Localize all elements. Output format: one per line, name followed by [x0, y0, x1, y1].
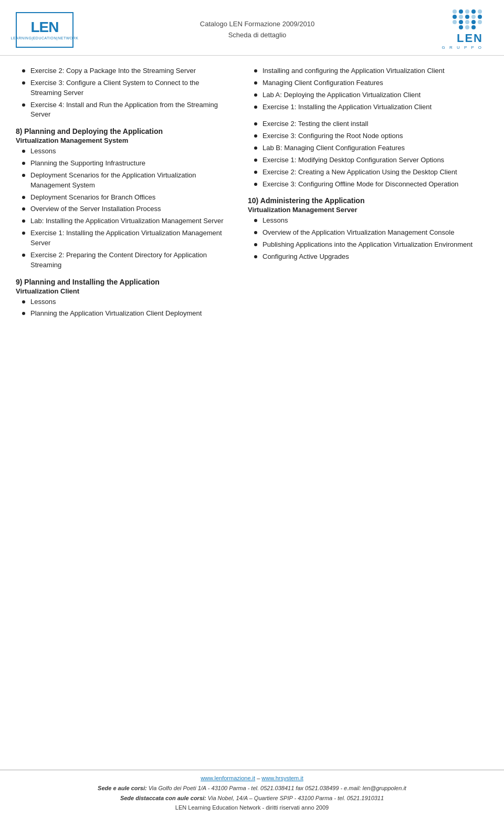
section9-num: 9): [16, 278, 22, 286]
list-item: Configuring Active Upgrades: [252, 252, 488, 262]
list-item: Exercise 2: Preparing the Content Direct…: [20, 250, 232, 270]
bullet-icon: [20, 79, 27, 87]
footer-line1: Sede e aule corsi: Via Golfo dei Poeti 1…: [16, 783, 488, 793]
list-item: Exercise 3: Configuring the Root Node op…: [252, 131, 488, 141]
bullet-icon: [252, 156, 259, 164]
logo-right-text: LEN: [430, 32, 483, 45]
list-item: Managing Client Configuration Features: [252, 78, 488, 88]
list-item: Lab: Installing the Application Virtuali…: [20, 216, 232, 226]
section8-list: Lessons Planning the Supporting Infrastr…: [16, 146, 232, 270]
header-title-line2: Scheda di dettaglio: [200, 30, 314, 41]
bullet-icon: [20, 310, 27, 317]
logo-left-text: LEN: [31, 20, 59, 35]
section10-num: 10): [248, 196, 258, 205]
main-content: Exercise 2: Copy a Package Into the Stre…: [0, 61, 504, 327]
list-item: Exercise 3: Configuring Offline Mode for…: [252, 180, 488, 190]
bullet-icon: [252, 79, 259, 87]
footer-line3: LEN Learning Education Network - diritti…: [16, 803, 488, 813]
list-item: Exercise 1: Modifying Desktop Configurat…: [252, 155, 488, 165]
bullet-icon: [252, 253, 259, 260]
list-item: Exercise 2: Copy a Package Into the Stre…: [20, 66, 232, 76]
bullet-icon: [20, 194, 27, 201]
bullet-icon: [252, 91, 259, 99]
header-center: Catalogo LEN Formazione 2009/2010 Scheda…: [200, 19, 314, 41]
section9-header: 9) Planning and Installing the Applicati…: [16, 278, 232, 286]
bullet-icon: [20, 229, 27, 237]
bullet-icon: [20, 205, 27, 213]
header-title-line1: Catalogo LEN Formazione 2009/2010: [200, 19, 314, 30]
bullet-icon: [20, 298, 27, 306]
list-item: Lab B: Managing Client Configuration Fea…: [252, 143, 488, 153]
bullet-icon: [20, 251, 27, 259]
bullet-icon: [252, 169, 259, 176]
logo-right-sub: G R U P P O: [430, 45, 483, 50]
section9-list: Lessons Planning the Application Virtual…: [16, 297, 232, 319]
list-item: Exercise 1: Installing the Application V…: [252, 102, 488, 112]
list-item: Planning the Supporting Infrastructure: [20, 159, 232, 169]
section10-list: Lessons Overview of the Application Virt…: [248, 216, 488, 261]
list-item: Exercise 3: Configure a Client System to…: [20, 78, 232, 98]
list-item: Installing and configuring the Applicati…: [252, 66, 488, 76]
bullet-icon: [252, 181, 259, 188]
bullet-icon: [252, 103, 259, 111]
list-item: Publishing Applications into the Applica…: [252, 240, 488, 250]
bullet-icon: [20, 101, 27, 109]
footer-line2: Sede distaccata con aule corsi: Via Nobe…: [16, 793, 488, 803]
list-item: Exercise 2: Creating a New Application U…: [252, 167, 488, 177]
bullet-icon: [252, 132, 259, 140]
section9-title-text: Planning and Installing the Application: [24, 278, 160, 286]
list-item: Lessons: [252, 216, 488, 226]
right-top-list: Installing and configuring the Applicati…: [248, 66, 488, 112]
left-top-list: Exercise 2: Copy a Package Into the Stre…: [16, 66, 232, 120]
col-left: Exercise 2: Copy a Package Into the Stre…: [16, 66, 243, 322]
bullet-icon: [252, 144, 259, 152]
list-item: Overview of the Application Virtualizati…: [252, 228, 488, 238]
bullet-icon: [252, 217, 259, 224]
list-item: Lessons: [20, 146, 232, 156]
list-item: Exercise 4: Install and Run the Applicat…: [20, 100, 232, 120]
bullet-icon: [252, 120, 259, 128]
bullet-icon: [252, 229, 259, 236]
logo-left: LEN LEARNING|EDUCATION|NETWORK: [16, 12, 84, 48]
list-item: Exercise 2: Testing the client install: [252, 119, 488, 129]
col-right: Installing and configuring the Applicati…: [243, 66, 488, 322]
section8-num: 8): [16, 127, 22, 135]
bullet-icon: [20, 160, 27, 167]
bullet-icon: [20, 148, 27, 155]
section10-subtitle: Virtualization Management Server: [248, 206, 488, 214]
list-item: Lab A: Deploying the Application Virtual…: [252, 90, 488, 100]
list-item: Overview of the Server Installation Proc…: [20, 204, 232, 214]
logo-left-sub: LEARNING|EDUCATION|NETWORK: [11, 36, 79, 40]
section8-subtitle: Virtualization Management System: [16, 137, 232, 144]
bullet-icon: [20, 172, 27, 179]
list-item: Exercise 1: Installing the Application V…: [20, 228, 232, 248]
section8-header: 8) Planning and Deploying the Applicatio…: [16, 127, 232, 135]
page: LEN LEARNING|EDUCATION|NETWORK Catalogo …: [0, 0, 504, 818]
bullet-icon: [252, 241, 259, 248]
section10-header: 10) Administering the Application: [248, 196, 488, 205]
section10-title-text: Administering the Application: [260, 196, 365, 205]
footer-links: www.lenformazione.it – www.hrsystem.it: [16, 773, 488, 783]
bullet-icon: [252, 67, 259, 75]
logo-right: LEN G R U P P O: [430, 9, 483, 50]
bullet-icon: [20, 217, 27, 225]
section8-right-list: Exercise 2: Testing the client install E…: [248, 119, 488, 189]
list-item: Deployment Scenarios for the Application…: [20, 171, 232, 191]
header: LEN LEARNING|EDUCATION|NETWORK Catalogo …: [0, 0, 504, 56]
list-item: Planning the Application Virtualization …: [20, 309, 232, 319]
section8-title-text: Planning and Deploying the Application: [24, 127, 163, 135]
section9-subtitle: Virtualization Client: [16, 287, 232, 295]
list-item: Deployment Scenarios for Branch Offices: [20, 193, 232, 203]
footer: www.lenformazione.it – www.hrsystem.it S…: [0, 770, 504, 818]
logo-dots: [430, 9, 483, 29]
bullet-icon: [20, 67, 27, 75]
list-item: Lessons: [20, 297, 232, 307]
